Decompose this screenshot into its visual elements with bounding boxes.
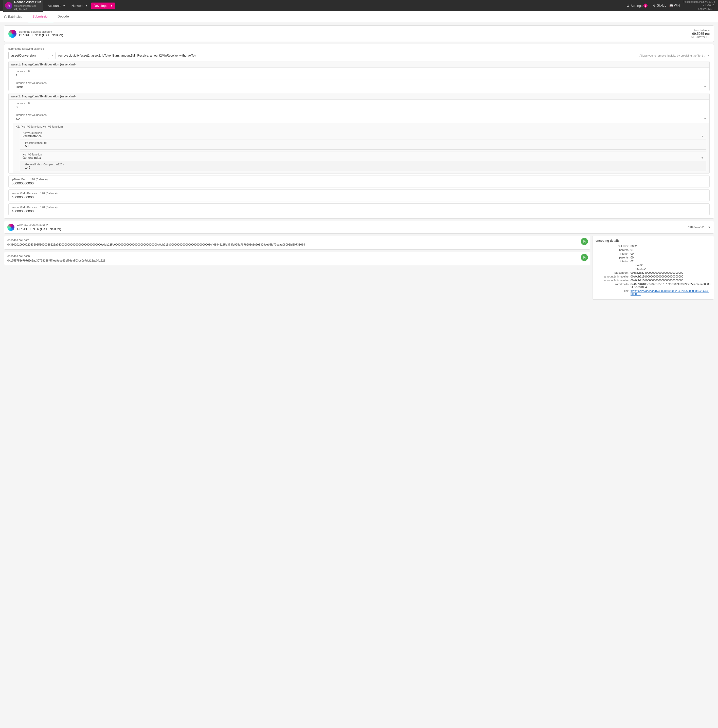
withdraw-info: withdrawTo: AccountId32 DRKPH0EN1X (EXTE… — [17, 223, 61, 231]
asset2-header: asset2: StagingXcmV3MultiLocation (Asset… — [9, 93, 709, 100]
copy-call-hash-button[interactable]: ⎘ — [581, 254, 588, 261]
pallet-select[interactable]: assetConversion — [8, 52, 49, 59]
enc-link: link #/extrinsics/decode/0x3802010000020… — [596, 289, 710, 295]
nav-right-section: ⚙ Settings 1 ⊙ GitHub 📖 Wiki Polkadot pa… — [624, 0, 715, 11]
top-navigation: R Rococo Asset Hub statemine/1010000 #4,… — [0, 0, 718, 11]
developer-dropdown-arrow: ▼ — [110, 4, 113, 7]
enc-withdrawto: withdrawto 8c468946185e373fe925a767b908c… — [596, 283, 710, 289]
accounts-nav-button[interactable]: Accounts ▼ — [45, 3, 68, 9]
asset2-fields: parents: u8 0 interior: XcmV3Junctions X… — [13, 100, 709, 173]
asset1-interior-arrow[interactable]: ▼ — [704, 86, 706, 88]
asset1-header: asset1: StagingXcmV3MultiLocation (Asset… — [9, 61, 709, 68]
asset2-interior-row: interior: XcmV3Junctions X2 ▼ — [13, 112, 709, 123]
main-content: using the selected account DRKPH0EN1X (E… — [0, 22, 718, 728]
account-left: using the selected account DRKPH0EN1X (E… — [8, 30, 63, 38]
encoded-call-hash-box: encoded call hash 0x1755753c797d2c6ac307… — [4, 252, 590, 266]
tab-list: Submission Decode — [28, 11, 73, 22]
network-nav-button[interactable]: Network ▼ — [69, 3, 90, 9]
enc-lptokenburn: lptokenburn 0088526a74000000000000000000… — [596, 271, 710, 274]
app-title: Rococo Asset Hub statemine/1010000 #4,60… — [14, 0, 41, 11]
settings-badge: 1 — [643, 3, 648, 8]
network-dropdown-arrow: ▼ — [85, 4, 87, 7]
withdraw-left: withdrawTo: AccountId32 DRKPH0EN1X (EXTE… — [8, 223, 61, 231]
enc-interior2: interior 02 — [596, 260, 710, 263]
decode-link[interactable]: #/extrinsics/decode/0x380201000002043205… — [631, 289, 710, 295]
version-info: Polkadot parachain v1.10.13 api v10.13. … — [683, 0, 715, 11]
tab-submission[interactable]: Submission — [28, 11, 53, 22]
asset1-group: asset1: StagingXcmV3MultiLocation (Asset… — [8, 61, 710, 91]
asset2-x2-row: X2: (XcmV3Junction, XcmV3Junction) XcmV3… — [13, 123, 709, 173]
withdraw-address: 5FEdWoYzX... ▼ — [688, 226, 710, 229]
account-balance: free balance 99.5085 roc 5FEdWoYzX... — [691, 29, 710, 38]
enc-val-05-5502: 05 5502 — [596, 268, 710, 271]
book-icon: 📖 — [669, 4, 673, 8]
github-link[interactable]: ⊙ GitHub — [653, 4, 666, 8]
junction1-arrow[interactable]: ▼ — [701, 135, 704, 138]
junction2-arrow[interactable]: ▼ — [701, 156, 704, 159]
encoded-left: encoded call data 0x38020100000204320555… — [4, 236, 590, 300]
withdraw-avatar — [8, 224, 14, 231]
encoded-call-data-box: encoded call data 0x38020100000204320555… — [4, 236, 590, 249]
general-index-row: GeneralIndex: Compact<u128> 149 — [20, 161, 706, 171]
app-logo[interactable]: R Rococo Asset Hub statemine/1010000 #4,… — [3, 0, 43, 12]
account-avatar — [8, 30, 17, 38]
enc-callindex: callindex 3802 — [596, 245, 710, 248]
enc-parents1: parents 01 — [596, 248, 710, 251]
pallet-instance-row: PalletInstance: u8 50 — [20, 140, 706, 149]
encoding-details-table: callindex 3802 parents 01 interior 00 pa… — [596, 245, 710, 295]
subheader: ⬡ Extrinsics Submission Decode — [0, 11, 718, 22]
enc-amount2minreceive: amount2minreceive 00a0db215d000000000000… — [596, 279, 710, 282]
amount1-min-row: amount1MinReceive: u128 (Balance) 400000… — [8, 190, 710, 201]
logo-icon: R — [5, 2, 12, 9]
asset2-parents-row: parents: u8 0 — [13, 100, 709, 112]
withdraw-to-row: withdrawTo: AccountId32 DRKPH0EN1X (EXTE… — [4, 221, 714, 234]
submit-section: submit the following extrinsic assetConv… — [4, 44, 714, 219]
enc-interior1: interior 00 — [596, 252, 710, 255]
copy-call-data-button[interactable]: ⎘ — [581, 238, 588, 245]
method-dropdown-arrow: ▼ — [707, 54, 710, 57]
lp-token-burn-row: lpTokenBurn: u128 (Balance) 500000000000 — [8, 176, 710, 187]
method-dropdown[interactable]: removeLiquidity(asset1, asset2, lpTokenB… — [55, 52, 636, 59]
asset1-fields: parents: u8 1 interior: XcmV3Junctions H… — [13, 68, 709, 91]
amount2-min-row: amount2MinReceive: u128 (Balance) 400000… — [8, 203, 710, 216]
junction2-type-row: XcmV3Junction GeneralIndex ▼ — [20, 151, 706, 161]
settings-button[interactable]: ⚙ Settings 1 — [624, 2, 650, 9]
account-info: using the selected account DRKPH0EN1X (E… — [19, 30, 63, 37]
gear-icon: ⚙ — [626, 4, 629, 8]
enc-val-04-32: 04 32 — [596, 263, 710, 267]
junction2-box: XcmV3Junction GeneralIndex ▼ GeneralInde… — [20, 151, 706, 171]
junction1-type-row: XcmV3Junction PalletInstance ▼ — [20, 130, 706, 140]
developer-nav-button[interactable]: Developer ▼ — [91, 3, 115, 9]
pallet-dropdown-arrow: ▼ — [51, 54, 53, 57]
extrinsics-icon: ⬡ — [4, 15, 7, 19]
withdraw-dropdown-arrow[interactable]: ▼ — [708, 226, 710, 229]
accounts-dropdown-arrow: ▼ — [63, 4, 66, 7]
github-icon: ⊙ — [653, 4, 655, 8]
tab-decode[interactable]: Decode — [53, 11, 73, 22]
encoding-details-box: encoding details callindex 3802 parents … — [592, 236, 714, 300]
enc-amount1minreceive: amount1minreceive 00a0db215d000000000000… — [596, 275, 710, 278]
asset1-parents-row: parents: u8 1 — [13, 68, 709, 80]
method-row: assetConversion ▼ removeLiquidity(asset1… — [8, 52, 710, 59]
enc-parents2: parents 00 — [596, 256, 710, 259]
wiki-link[interactable]: 📖 Wiki — [669, 4, 680, 8]
account-section: using the selected account DRKPH0EN1X (E… — [4, 25, 714, 42]
junction1-box: XcmV3Junction PalletInstance ▼ PalletIns… — [20, 130, 706, 150]
asset1-interior-row: interior: XcmV3Junctions Here ▼ — [13, 80, 709, 91]
encoding-section: encoded call data 0x38020100000204320555… — [4, 236, 714, 300]
asset2-group: asset2: StagingXcmV3MultiLocation (Asset… — [8, 93, 710, 173]
extrinsics-section-label: ⬡ Extrinsics — [4, 15, 25, 19]
asset2-interior-arrow[interactable]: ▼ — [704, 118, 706, 120]
